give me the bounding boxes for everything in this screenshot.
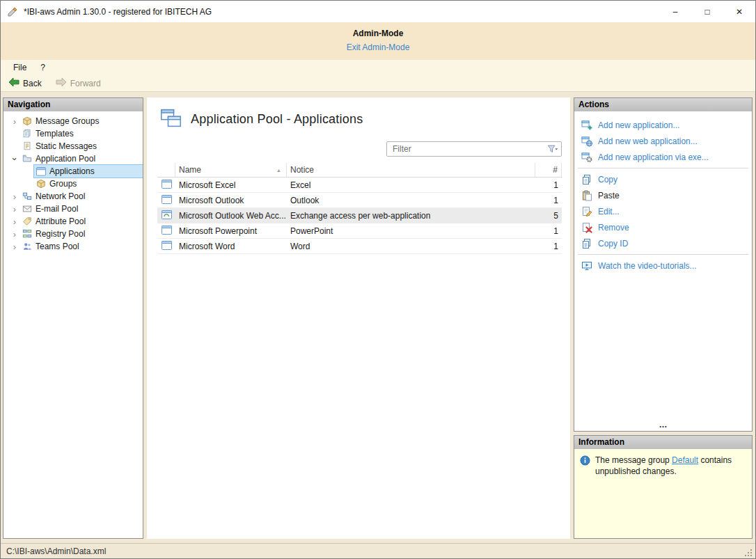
application-window-icon [162, 210, 172, 221]
actions-panel: Actions Add new application... Add new w… [574, 97, 753, 432]
chevron-down-icon[interactable]: › [10, 153, 19, 164]
copy-action[interactable]: Copy [574, 171, 752, 187]
email-pool-icon [22, 204, 32, 214]
cell-name: Microsoft Powerpoint [175, 226, 287, 236]
app-icon [7, 6, 18, 17]
chevron-right-icon[interactable]: › [9, 192, 20, 201]
back-button[interactable]: Back [5, 77, 45, 90]
nav-item-application-pool[interactable]: › Application Pool [3, 152, 143, 165]
applications-table: Name ▲ Notice # Microsoft Excel Excel 1 … [157, 163, 562, 254]
menu-file[interactable]: File [6, 61, 33, 74]
column-header-count[interactable]: # [535, 163, 562, 177]
cell-count: 1 [535, 226, 562, 236]
cell-notice: Word [287, 242, 535, 251]
filter-input[interactable] [386, 141, 562, 157]
statusbar: C:\IBI-aws\Admin\Data.xml [1, 543, 755, 558]
admin-mode-banner: Admin-Mode Exit Admin-Mode [1, 22, 755, 60]
nav-item-email-pool[interactable]: › E-mail Pool [3, 203, 143, 215]
nav-item-label: Network Pool [36, 191, 85, 201]
nav-item-label: Groups [49, 179, 77, 189]
filter-row [157, 141, 562, 157]
cell-name: Microsoft Word [175, 242, 287, 251]
cell-name: Microsoft Outlook Web Acc... [175, 211, 287, 221]
paste-icon [581, 190, 592, 201]
information-header: Information [574, 436, 752, 449]
column-header-label: # [553, 165, 558, 175]
add-new-application-via-exe-action[interactable]: Add new application via exe... [574, 149, 752, 165]
exit-admin-mode-link[interactable]: Exit Admin-Mode [347, 42, 410, 52]
templates-icon [22, 129, 32, 139]
admin-mode-title: Admin-Mode [1, 29, 755, 38]
menubar: File ? [1, 60, 755, 75]
nav-item-static-messages[interactable]: Static Messages [3, 140, 143, 152]
message-groups-icon [22, 116, 32, 126]
column-header-notice[interactable]: Notice [287, 163, 535, 177]
application-window-icon [162, 241, 172, 252]
minimize-button[interactable]: – [659, 1, 691, 22]
applications-icon [36, 167, 46, 176]
nav-item-registry-pool[interactable]: › Registry Pool [3, 228, 143, 240]
table-row[interactable]: Microsoft Excel Excel 1 [157, 178, 562, 193]
nav-item-network-pool[interactable]: › Network Pool [3, 190, 143, 203]
navigation-panel: Navigation › Message Groups Templates St… [3, 97, 143, 539]
maximize-button[interactable]: □ [691, 1, 723, 22]
action-label: Add new application via exe... [598, 152, 709, 162]
forward-arrow-icon [56, 77, 67, 89]
back-arrow-icon [8, 77, 19, 89]
window-title: *IBI-aws Admin 1.30.0 - registered for I… [24, 7, 212, 17]
nav-item-label: Registry Pool [36, 229, 85, 239]
resize-grip-icon[interactable] [744, 549, 753, 557]
chevron-right-icon[interactable]: › [9, 205, 20, 214]
page-title: Application Pool - Applications [191, 112, 363, 127]
column-header-name[interactable]: Name ▲ [175, 163, 287, 177]
nav-item-applications[interactable]: Applications [3, 165, 143, 178]
chevron-right-icon[interactable]: › [9, 230, 20, 239]
chevron-right-icon[interactable]: › [9, 217, 20, 226]
panel-splitter-grip[interactable]: … [574, 422, 752, 431]
nav-item-label: Applications [49, 166, 95, 176]
actions-list: Add new application... Add new web appli… [574, 111, 752, 274]
cell-name: Microsoft Excel [175, 180, 287, 190]
nav-item-templates[interactable]: Templates [3, 127, 143, 140]
chevron-right-icon[interactable]: › [9, 242, 20, 251]
right-column: Actions Add new application... Add new w… [574, 97, 753, 539]
chevron-right-icon[interactable]: › [9, 117, 20, 126]
copy-id-action[interactable]: Copy ID [574, 235, 752, 251]
network-pool-icon [22, 191, 32, 201]
forward-button[interactable]: Forward [52, 77, 104, 90]
nav-item-label: E-mail Pool [36, 204, 78, 214]
navigation-header: Navigation [3, 98, 143, 111]
nav-item-message-groups[interactable]: › Message Groups [3, 115, 143, 127]
paste-action[interactable]: Paste [574, 187, 752, 203]
edit-action[interactable]: Edit... [574, 203, 752, 219]
table-row[interactable]: Microsoft Word Word 1 [157, 239, 562, 254]
table-row-selected[interactable]: Microsoft Outlook Web Acc... Exchange ac… [157, 208, 562, 223]
attribute-pool-icon [22, 216, 32, 226]
actions-separator [578, 254, 748, 255]
status-file-path: C:\IBI-aws\Admin\Data.xml [6, 546, 106, 556]
nav-item-attribute-pool[interactable]: › Attribute Pool [3, 215, 143, 228]
add-new-application-action[interactable]: Add new application... [574, 117, 752, 133]
nav-item-teams-pool[interactable]: › Teams Pool [3, 240, 143, 253]
remove-action[interactable]: Remove [574, 219, 752, 235]
action-label: Watch the video-tutorials... [598, 261, 697, 271]
application-window-icon [162, 226, 172, 237]
add-new-web-application-action[interactable]: Add new web application... [574, 133, 752, 149]
window-controls: – □ ✕ [659, 1, 755, 22]
nav-item-label: Static Messages [36, 141, 97, 151]
filter-funnel-icon[interactable] [547, 144, 558, 154]
forward-label: Forward [70, 79, 101, 88]
content-panel: Application Pool - Applications Name ▲ [147, 97, 570, 539]
info-icon [580, 455, 590, 466]
nav-item-groups[interactable]: Groups [3, 178, 143, 190]
table-row[interactable]: Microsoft Powerpoint PowerPoint 1 [157, 223, 562, 239]
default-message-group-link[interactable]: Default [672, 455, 698, 465]
watch-video-tutorials-action[interactable]: Watch the video-tutorials... [574, 258, 752, 274]
table-row[interactable]: Microsoft Outlook Outlook 1 [157, 193, 562, 208]
actions-header: Actions [574, 98, 752, 111]
menu-help[interactable]: ? [33, 61, 52, 74]
close-button[interactable]: ✕ [723, 1, 755, 22]
action-label: Add new application... [598, 120, 679, 130]
teams-pool-icon [22, 242, 32, 251]
column-header-label: Name [179, 165, 201, 175]
